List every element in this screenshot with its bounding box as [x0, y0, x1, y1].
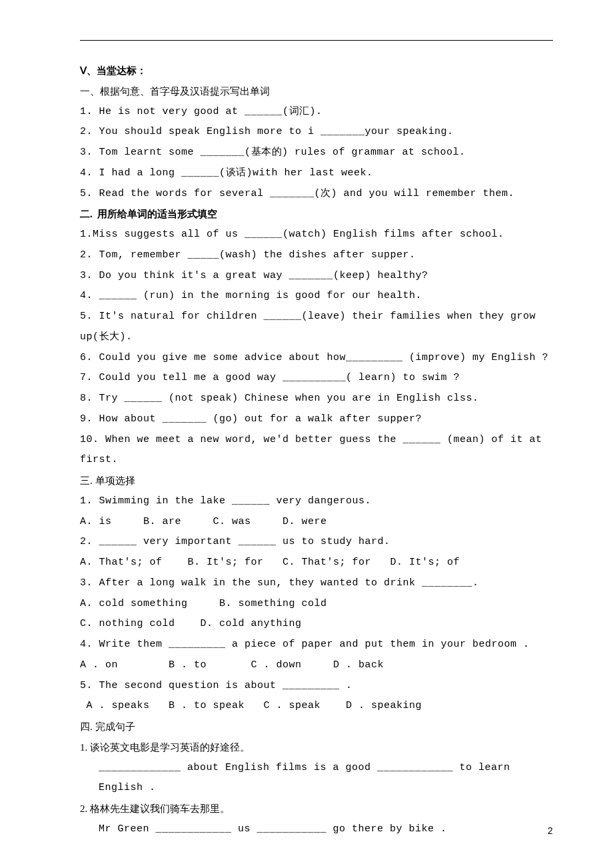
sec2-q7: 7. Could you tell me a good way ________… — [80, 368, 553, 389]
sec1-q3: 3. Tom learnt some _______(基本的) rules of… — [80, 143, 553, 163]
sec1-q2: 2. You should speak English more to i __… — [80, 122, 553, 143]
sec3-q5-options: A . speaks B . to speak C . speak D . sp… — [80, 696, 553, 717]
section-1-heading: 一、根据句意、首字母及汉语提示写出单词 — [80, 81, 553, 102]
sec2-q8: 8. Try ______ (not speak) Chinese when y… — [80, 389, 553, 409]
sec2-q5: 5. It's natural for children ______(leav… — [80, 307, 553, 348]
page-number: 2 — [548, 822, 553, 841]
page: Ⅴ、当堂达标： 一、根据句意、首字母及汉语提示写出单词 1. He is not… — [0, 0, 613, 868]
sec3-q3-options-1: A. cold something B. something cold — [80, 594, 553, 615]
sec2-q4: 4. ______ (run) in the morning is good f… — [80, 286, 553, 307]
sec3-q4: 4. Write them _________ a piece of paper… — [80, 635, 553, 655]
sec2-q1: 1.Miss suggests all of us ______(watch) … — [80, 225, 553, 245]
sec2-q2: 2. Tom, remember _____(wash) the dishes … — [80, 245, 553, 266]
sec3-q1: 1. Swimming in the lake ______ very dang… — [80, 491, 553, 512]
sec2-q9: 9. How about _______ (go) out for a walk… — [80, 409, 553, 430]
section-4-heading: 四. 完成句子 — [80, 717, 553, 737]
top-rule — [80, 40, 553, 41]
sec3-q2: 2. ______ very important ______ us to st… — [80, 532, 553, 553]
sec3-q2-options: A. That's; of B. It's; for C. That's; fo… — [80, 553, 553, 573]
sec4-q1-answer: _____________ about English films is a g… — [80, 758, 553, 799]
sec2-q3: 3. Do you think it's a great way _______… — [80, 266, 553, 287]
sec1-q1: 1. He is not very good at ______(词汇). — [80, 102, 553, 123]
sec3-q5: 5. The second question is about ________… — [80, 676, 553, 697]
sec4-q1: 1. 谈论英文电影是学习英语的好途径。 — [80, 737, 553, 758]
sec3-q3: 3. After a long walk in the sun, they wa… — [80, 573, 553, 594]
sec2-q6: 6. Could you give me some advice about h… — [80, 348, 553, 369]
sec1-q4: 4. I had a long ______(谈话)with her last … — [80, 163, 553, 184]
section-3-heading: 三. 单项选择 — [80, 471, 553, 491]
section-v-heading: Ⅴ、当堂达标： — [80, 61, 553, 81]
sec4-q2: 2. 格林先生建议我们骑车去那里。 — [80, 799, 553, 819]
sec2-q10: 10. When we meet a new word, we'd better… — [80, 430, 553, 471]
sec3-q3-options-2: C. nothing cold D. cold anything — [80, 614, 553, 635]
sec4-q2-answer: Mr Green ____________ us ___________ go … — [80, 819, 553, 840]
sec3-q1-options: A. is B. are C. was D. were — [80, 512, 553, 533]
sec3-q4-options: A . on B . to C . down D . back — [80, 655, 553, 676]
sec1-q5: 5. Read the words for several _______(次)… — [80, 184, 553, 205]
section-2-heading: 二. 用所给单词的适当形式填空 — [80, 204, 553, 225]
